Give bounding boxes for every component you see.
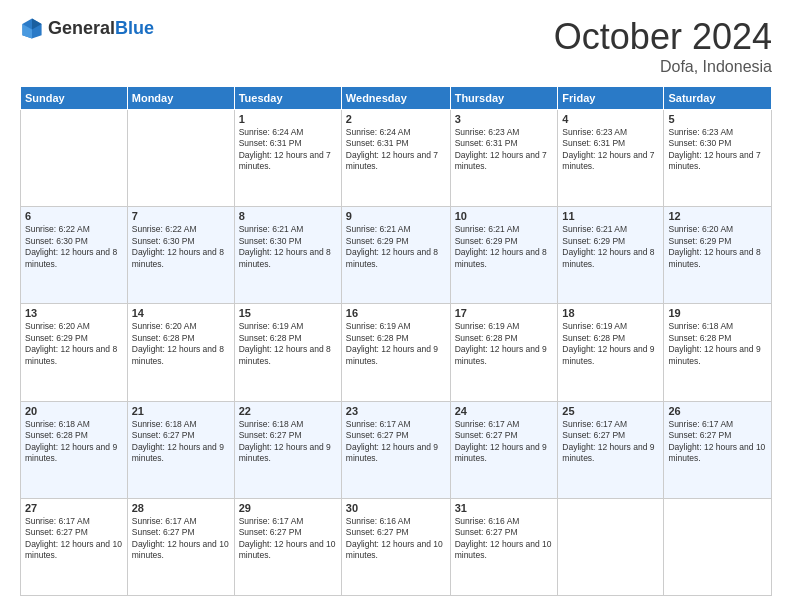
cell-1-2: 8Sunrise: 6:21 AM Sunset: 6:30 PM Daylig… [234, 207, 341, 304]
day-number: 8 [239, 210, 337, 222]
cell-1-5: 11Sunrise: 6:21 AM Sunset: 6:29 PM Dayli… [558, 207, 664, 304]
week-row-5: 27Sunrise: 6:17 AM Sunset: 6:27 PM Dayli… [21, 498, 772, 595]
day-info: Sunrise: 6:23 AM Sunset: 6:31 PM Dayligh… [455, 127, 554, 173]
cell-1-1: 7Sunrise: 6:22 AM Sunset: 6:30 PM Daylig… [127, 207, 234, 304]
header-wednesday: Wednesday [341, 87, 450, 110]
day-number: 24 [455, 405, 554, 417]
week-row-3: 13Sunrise: 6:20 AM Sunset: 6:29 PM Dayli… [21, 304, 772, 401]
logo-general: General [48, 18, 115, 38]
day-number: 10 [455, 210, 554, 222]
month-title: October 2024 [554, 16, 772, 58]
day-info: Sunrise: 6:20 AM Sunset: 6:29 PM Dayligh… [25, 321, 123, 367]
day-number: 5 [668, 113, 767, 125]
day-number: 21 [132, 405, 230, 417]
day-info: Sunrise: 6:17 AM Sunset: 6:27 PM Dayligh… [25, 516, 123, 562]
day-number: 1 [239, 113, 337, 125]
cell-3-0: 20Sunrise: 6:18 AM Sunset: 6:28 PM Dayli… [21, 401, 128, 498]
day-number: 26 [668, 405, 767, 417]
cell-0-5: 4Sunrise: 6:23 AM Sunset: 6:31 PM Daylig… [558, 110, 664, 207]
day-number: 13 [25, 307, 123, 319]
day-info: Sunrise: 6:18 AM Sunset: 6:28 PM Dayligh… [25, 419, 123, 465]
week-row-1: 1Sunrise: 6:24 AM Sunset: 6:31 PM Daylig… [21, 110, 772, 207]
logo: GeneralBlue [20, 16, 154, 40]
day-number: 3 [455, 113, 554, 125]
day-info: Sunrise: 6:21 AM Sunset: 6:30 PM Dayligh… [239, 224, 337, 270]
day-info: Sunrise: 6:16 AM Sunset: 6:27 PM Dayligh… [455, 516, 554, 562]
day-number: 19 [668, 307, 767, 319]
cell-2-2: 15Sunrise: 6:19 AM Sunset: 6:28 PM Dayli… [234, 304, 341, 401]
cell-4-4: 31Sunrise: 6:16 AM Sunset: 6:27 PM Dayli… [450, 498, 558, 595]
cell-0-4: 3Sunrise: 6:23 AM Sunset: 6:31 PM Daylig… [450, 110, 558, 207]
cell-4-1: 28Sunrise: 6:17 AM Sunset: 6:27 PM Dayli… [127, 498, 234, 595]
day-number: 28 [132, 502, 230, 514]
cell-1-6: 12Sunrise: 6:20 AM Sunset: 6:29 PM Dayli… [664, 207, 772, 304]
cell-4-0: 27Sunrise: 6:17 AM Sunset: 6:27 PM Dayli… [21, 498, 128, 595]
cell-2-4: 17Sunrise: 6:19 AM Sunset: 6:28 PM Dayli… [450, 304, 558, 401]
cell-1-4: 10Sunrise: 6:21 AM Sunset: 6:29 PM Dayli… [450, 207, 558, 304]
header-monday: Monday [127, 87, 234, 110]
day-info: Sunrise: 6:21 AM Sunset: 6:29 PM Dayligh… [455, 224, 554, 270]
day-info: Sunrise: 6:24 AM Sunset: 6:31 PM Dayligh… [239, 127, 337, 173]
header-thursday: Thursday [450, 87, 558, 110]
day-info: Sunrise: 6:17 AM Sunset: 6:27 PM Dayligh… [455, 419, 554, 465]
day-info: Sunrise: 6:17 AM Sunset: 6:27 PM Dayligh… [562, 419, 659, 465]
cell-2-3: 16Sunrise: 6:19 AM Sunset: 6:28 PM Dayli… [341, 304, 450, 401]
day-number: 12 [668, 210, 767, 222]
header-tuesday: Tuesday [234, 87, 341, 110]
day-info: Sunrise: 6:17 AM Sunset: 6:27 PM Dayligh… [132, 516, 230, 562]
day-info: Sunrise: 6:23 AM Sunset: 6:31 PM Dayligh… [562, 127, 659, 173]
day-info: Sunrise: 6:21 AM Sunset: 6:29 PM Dayligh… [346, 224, 446, 270]
header-saturday: Saturday [664, 87, 772, 110]
day-number: 18 [562, 307, 659, 319]
day-info: Sunrise: 6:16 AM Sunset: 6:27 PM Dayligh… [346, 516, 446, 562]
day-number: 31 [455, 502, 554, 514]
day-info: Sunrise: 6:19 AM Sunset: 6:28 PM Dayligh… [239, 321, 337, 367]
day-number: 25 [562, 405, 659, 417]
header: GeneralBlue October 2024 Dofa, Indonesia [20, 16, 772, 76]
location: Dofa, Indonesia [554, 58, 772, 76]
cell-2-5: 18Sunrise: 6:19 AM Sunset: 6:28 PM Dayli… [558, 304, 664, 401]
day-number: 7 [132, 210, 230, 222]
cell-3-3: 23Sunrise: 6:17 AM Sunset: 6:27 PM Dayli… [341, 401, 450, 498]
day-info: Sunrise: 6:18 AM Sunset: 6:28 PM Dayligh… [668, 321, 767, 367]
cell-0-1 [127, 110, 234, 207]
day-info: Sunrise: 6:20 AM Sunset: 6:29 PM Dayligh… [668, 224, 767, 270]
cell-0-2: 1Sunrise: 6:24 AM Sunset: 6:31 PM Daylig… [234, 110, 341, 207]
day-info: Sunrise: 6:17 AM Sunset: 6:27 PM Dayligh… [239, 516, 337, 562]
cell-1-3: 9Sunrise: 6:21 AM Sunset: 6:29 PM Daylig… [341, 207, 450, 304]
cell-3-2: 22Sunrise: 6:18 AM Sunset: 6:27 PM Dayli… [234, 401, 341, 498]
cell-1-0: 6Sunrise: 6:22 AM Sunset: 6:30 PM Daylig… [21, 207, 128, 304]
cell-4-5 [558, 498, 664, 595]
day-info: Sunrise: 6:22 AM Sunset: 6:30 PM Dayligh… [132, 224, 230, 270]
day-info: Sunrise: 6:17 AM Sunset: 6:27 PM Dayligh… [668, 419, 767, 465]
day-info: Sunrise: 6:18 AM Sunset: 6:27 PM Dayligh… [132, 419, 230, 465]
cell-3-5: 25Sunrise: 6:17 AM Sunset: 6:27 PM Dayli… [558, 401, 664, 498]
cell-0-6: 5Sunrise: 6:23 AM Sunset: 6:30 PM Daylig… [664, 110, 772, 207]
day-info: Sunrise: 6:19 AM Sunset: 6:28 PM Dayligh… [346, 321, 446, 367]
week-row-2: 6Sunrise: 6:22 AM Sunset: 6:30 PM Daylig… [21, 207, 772, 304]
week-row-4: 20Sunrise: 6:18 AM Sunset: 6:28 PM Dayli… [21, 401, 772, 498]
day-number: 30 [346, 502, 446, 514]
cell-3-1: 21Sunrise: 6:18 AM Sunset: 6:27 PM Dayli… [127, 401, 234, 498]
logo-text: GeneralBlue [48, 18, 154, 39]
cell-2-6: 19Sunrise: 6:18 AM Sunset: 6:28 PM Dayli… [664, 304, 772, 401]
day-info: Sunrise: 6:24 AM Sunset: 6:31 PM Dayligh… [346, 127, 446, 173]
cell-0-3: 2Sunrise: 6:24 AM Sunset: 6:31 PM Daylig… [341, 110, 450, 207]
day-number: 15 [239, 307, 337, 319]
cell-3-6: 26Sunrise: 6:17 AM Sunset: 6:27 PM Dayli… [664, 401, 772, 498]
weekday-header-row: Sunday Monday Tuesday Wednesday Thursday… [21, 87, 772, 110]
logo-blue: Blue [115, 18, 154, 38]
day-number: 9 [346, 210, 446, 222]
cell-2-1: 14Sunrise: 6:20 AM Sunset: 6:28 PM Dayli… [127, 304, 234, 401]
cell-2-0: 13Sunrise: 6:20 AM Sunset: 6:29 PM Dayli… [21, 304, 128, 401]
day-number: 11 [562, 210, 659, 222]
day-number: 27 [25, 502, 123, 514]
day-number: 17 [455, 307, 554, 319]
day-number: 2 [346, 113, 446, 125]
logo-icon [20, 16, 44, 40]
calendar-table: Sunday Monday Tuesday Wednesday Thursday… [20, 86, 772, 596]
day-number: 6 [25, 210, 123, 222]
day-number: 22 [239, 405, 337, 417]
cell-0-0 [21, 110, 128, 207]
day-info: Sunrise: 6:23 AM Sunset: 6:30 PM Dayligh… [668, 127, 767, 173]
